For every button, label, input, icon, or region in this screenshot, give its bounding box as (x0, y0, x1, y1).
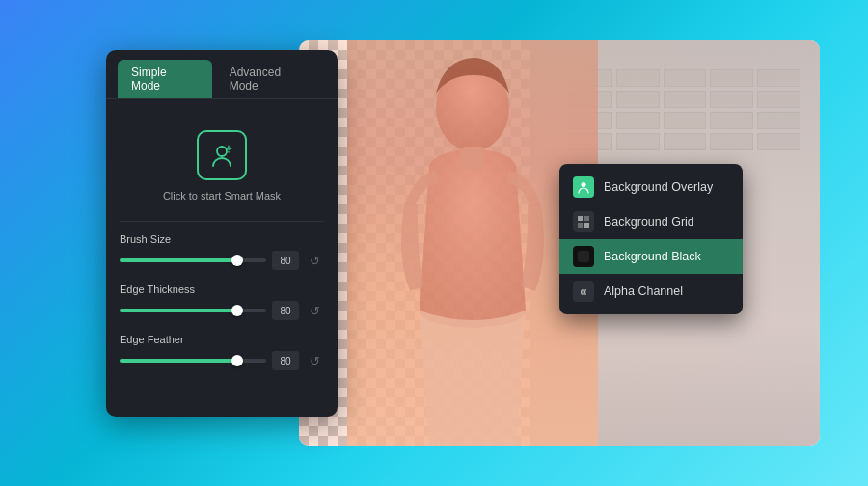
brush-size-label: Brush Size (120, 233, 324, 245)
divider (120, 221, 324, 222)
edge-feather-group: Edge Feather 80 ↺ (120, 334, 324, 370)
edge-thickness-value: 80 (272, 301, 299, 320)
person-icon (577, 180, 590, 194)
editor-wrapper: Simple Mode Advanced Mode Click to start… (106, 40, 762, 446)
black-square-icon (577, 250, 590, 263)
edge-thickness-track[interactable] (120, 309, 266, 312)
edge-feather-value: 80 (272, 351, 299, 370)
brush-size-group: Brush Size 80 ↺ (120, 233, 324, 270)
svg-point-4 (582, 182, 586, 187)
menu-item-label-alpha-channel: Alpha Channel (604, 284, 683, 298)
tab-advanced-mode[interactable]: Advanced Mode (216, 60, 326, 98)
edge-thickness-group: Edge Thickness 80 ↺ (120, 284, 324, 320)
brush-size-value: 80 (272, 251, 299, 270)
edge-thickness-row: 80 ↺ (120, 301, 324, 320)
brush-size-row: 80 ↺ (120, 251, 324, 270)
svg-rect-8 (584, 223, 589, 228)
menu-item-label-background-grid: Background Grid (604, 215, 694, 229)
brush-size-reset[interactable]: ↺ (305, 251, 324, 270)
smart-mask-label: Click to start Smart Mask (163, 190, 281, 202)
edge-feather-fill (120, 359, 237, 363)
edge-thickness-thumb[interactable] (231, 305, 243, 316)
grid-icon (577, 215, 590, 229)
background-grid-icon (573, 211, 594, 232)
menu-item-background-overlay[interactable]: Background Overlay (559, 170, 743, 204)
menu-item-background-grid[interactable]: Background Grid (559, 204, 743, 239)
tab-bar: Simple Mode Advanced Mode (106, 50, 338, 99)
smart-mask-area[interactable]: Click to start Smart Mask (120, 115, 324, 221)
edge-feather-label: Edge Feather (120, 334, 324, 345)
brush-size-track[interactable] (120, 258, 266, 262)
edge-feather-reset[interactable]: ↺ (305, 351, 324, 370)
edge-thickness-label: Edge Thickness (120, 284, 324, 295)
dropdown-menu: Background Overlay Background Grid (559, 164, 743, 314)
alpha-channel-icon: α (573, 281, 594, 302)
menu-item-label-background-black: Background Black (604, 250, 701, 263)
svg-point-0 (217, 147, 227, 156)
edge-feather-thumb[interactable] (231, 355, 243, 366)
edge-thickness-reset[interactable]: ↺ (305, 301, 324, 320)
main-container: Simple Mode Advanced Mode Click to start… (0, 0, 868, 486)
panel-body: Click to start Smart Mask Brush Size 80 … (106, 99, 338, 399)
smart-mask-icon (197, 130, 247, 180)
edge-feather-row: 80 ↺ (120, 351, 324, 370)
edge-thickness-fill (120, 309, 237, 312)
background-overlay-icon (573, 176, 594, 198)
background-black-icon (573, 246, 594, 267)
svg-rect-5 (578, 216, 583, 221)
edge-feather-track[interactable] (120, 359, 266, 363)
brush-size-thumb[interactable] (231, 255, 243, 266)
menu-item-label-background-overlay: Background Overlay (604, 180, 713, 194)
tab-simple-mode[interactable]: Simple Mode (118, 60, 212, 98)
alpha-letter: α (581, 285, 587, 297)
menu-item-background-black[interactable]: Background Black (559, 239, 743, 274)
svg-rect-6 (584, 216, 589, 221)
svg-rect-9 (578, 251, 589, 262)
menu-item-alpha-channel[interactable]: α Alpha Channel (559, 274, 743, 309)
svg-rect-7 (578, 223, 583, 228)
smart-mask-svg (207, 141, 236, 170)
left-panel: Simple Mode Advanced Mode Click to start… (106, 50, 338, 417)
brush-size-fill (120, 258, 237, 262)
